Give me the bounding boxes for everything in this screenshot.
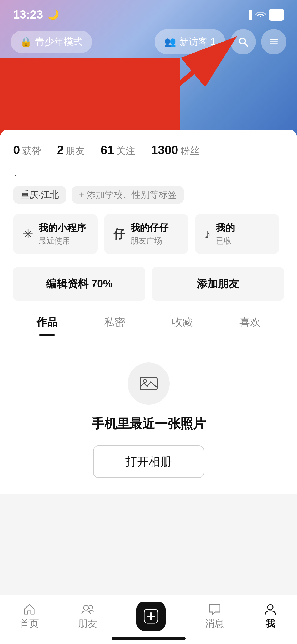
nav-friends-label: 朋友 xyxy=(78,617,97,630)
feature-cards: ✳ 我的小程序 最近使用 仔 我的仔仔 朋友广场 ♪ 我的 已收 xyxy=(13,211,284,259)
status-time: 13:23 xyxy=(13,8,43,21)
content-tabs: 作品 私密 收藏 喜欢 xyxy=(0,309,297,336)
search-button[interactable] xyxy=(230,29,256,54)
nav-home[interactable]: 首页 xyxy=(20,602,39,630)
stat-likes: 0 获赞 xyxy=(13,143,41,158)
tab-private[interactable]: 私密 xyxy=(81,309,148,336)
empty-icon-circle xyxy=(128,362,170,405)
stat-friends[interactable]: 2 朋友 xyxy=(57,143,85,158)
battery-indicator: 30 xyxy=(269,9,284,21)
following-label: 关注 xyxy=(116,145,135,158)
youth-mode-icon: 🔒 xyxy=(20,36,32,47)
svg-line-1 xyxy=(245,43,248,47)
nav-me[interactable]: 我 xyxy=(263,602,277,630)
nav-friends[interactable]: 朋友 xyxy=(78,602,97,630)
zaizi-icon: 仔 xyxy=(114,226,125,242)
open-album-button[interactable]: 打开相册 xyxy=(93,445,204,478)
empty-title: 手机里最近一张照片 xyxy=(92,415,206,432)
nav-messages[interactable]: 消息 xyxy=(205,602,224,630)
photo-icon xyxy=(138,373,159,394)
svg-point-8 xyxy=(143,379,147,383)
new-visitor-label: 新访客 1 xyxy=(179,35,216,48)
following-count: 61 xyxy=(101,143,114,157)
tab-likes[interactable]: 喜欢 xyxy=(216,309,284,336)
mini-program-card[interactable]: ✳ 我的小程序 最近使用 xyxy=(13,214,98,254)
stat-following[interactable]: 61 关注 xyxy=(101,143,135,158)
music-card[interactable]: ♪ 我的 已收 xyxy=(195,214,279,254)
location-tag[interactable]: 重庆·江北 xyxy=(13,186,66,204)
red-banner xyxy=(0,58,180,136)
zaizi-sub: 朋友广场 xyxy=(130,236,168,246)
nav-messages-label: 消息 xyxy=(205,617,224,630)
likes-count: 0 xyxy=(13,143,20,157)
empty-state: 手机里最近一张照片 打开相册 xyxy=(13,336,284,494)
signal-icon: ▐ xyxy=(246,10,252,20)
moon-icon: 🌙 xyxy=(47,9,59,20)
youth-mode-label: 青少年模式 xyxy=(35,35,83,48)
friends-count: 2 xyxy=(57,143,64,157)
mini-program-title: 我的小程序 xyxy=(39,222,86,234)
likes-label: 获赞 xyxy=(22,145,41,158)
music-title: 我的 xyxy=(216,222,235,234)
dot-indicator: 。 xyxy=(13,168,21,178)
zaizi-title: 我的仔仔 xyxy=(130,222,168,234)
stat-followers[interactable]: 1300 粉丝 xyxy=(151,143,199,158)
mini-program-sub: 最近使用 xyxy=(39,236,86,246)
mini-program-icon: ✳ xyxy=(23,227,33,241)
action-buttons: 编辑资料 70% 添加朋友 xyxy=(13,267,284,301)
svg-point-9 xyxy=(84,605,88,610)
edit-profile-button[interactable]: 编辑资料 70% xyxy=(13,267,145,301)
tab-favorites[interactable]: 收藏 xyxy=(149,309,216,336)
svg-point-0 xyxy=(239,38,245,44)
tab-works[interactable]: 作品 xyxy=(13,309,81,336)
youth-mode-button[interactable]: 🔒 青少年模式 xyxy=(11,31,92,53)
profile-section: 0 获赞 2 朋友 61 关注 1300 粉丝 。 重庆·江北 + 添加学校、性… xyxy=(0,130,297,494)
zaizi-card[interactable]: 仔 我的仔仔 朋友广场 xyxy=(104,214,188,254)
new-visitor-button[interactable]: 👥 新访客 1 xyxy=(155,29,225,54)
music-icon: ♪ xyxy=(204,227,211,241)
svg-point-14 xyxy=(268,605,273,610)
bottom-nav: 首页 朋友 消息 xyxy=(0,595,297,644)
add-friend-button[interactable]: 添加朋友 xyxy=(152,267,284,301)
status-icons: ▐ 30 xyxy=(246,9,284,21)
friends-label: 朋友 xyxy=(66,145,85,158)
tags-row: 重庆·江北 + 添加学校、性别等标签 xyxy=(13,186,284,204)
nav-add-button[interactable] xyxy=(136,602,166,631)
add-tag-button[interactable]: + 添加学校、性别等标签 xyxy=(72,186,184,204)
status-bar: 13:23 🌙 ▐ 30 xyxy=(0,0,297,24)
nav-me-label: 我 xyxy=(266,617,275,630)
music-sub: 已收 xyxy=(216,236,235,246)
visitor-icon: 👥 xyxy=(164,36,176,47)
stats-row: 0 获赞 2 朋友 61 关注 1300 粉丝 xyxy=(13,140,284,165)
followers-count: 1300 xyxy=(151,143,178,157)
followers-label: 粉丝 xyxy=(180,145,199,158)
svg-point-10 xyxy=(89,605,93,609)
location-row: 。 xyxy=(13,168,284,178)
home-indicator xyxy=(112,637,186,640)
menu-button[interactable] xyxy=(261,29,286,54)
wifi-icon xyxy=(255,10,266,20)
nav-home-label: 首页 xyxy=(20,617,39,630)
